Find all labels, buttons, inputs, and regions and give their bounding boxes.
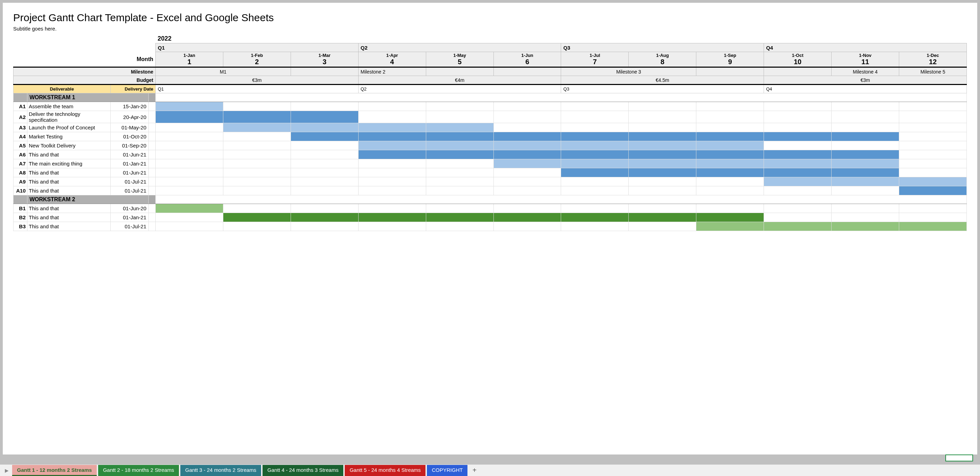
gantt-cell[interactable]: [426, 168, 493, 177]
gantt-cell[interactable]: [899, 150, 966, 159]
gantt-cell[interactable]: [358, 213, 426, 222]
gantt-cell[interactable]: [629, 204, 696, 213]
month-cell[interactable]: 1-Apr4: [358, 52, 426, 67]
gantt-cell[interactable]: [291, 177, 358, 186]
gantt-cell[interactable]: [832, 186, 899, 195]
gantt-cell[interactable]: [493, 213, 561, 222]
gantt-cell[interactable]: [899, 213, 966, 222]
task-id[interactable]: A7: [14, 159, 27, 168]
gantt-cell[interactable]: [832, 102, 899, 111]
gantt-cell[interactable]: [493, 177, 561, 186]
q3-header[interactable]: Q3: [561, 43, 764, 52]
q-repeat[interactable]: Q3: [561, 84, 764, 93]
task-id[interactable]: A6: [14, 150, 27, 159]
gantt-cell[interactable]: [696, 222, 764, 231]
task-check[interactable]: [149, 222, 156, 231]
gantt-cell[interactable]: [764, 132, 832, 141]
task-check[interactable]: [149, 141, 156, 150]
gantt-cell[interactable]: [832, 132, 899, 141]
month-cell[interactable]: 1-Mar3: [291, 52, 358, 67]
gantt-cell[interactable]: [223, 159, 291, 168]
task-date[interactable]: 01-Jun-21: [111, 150, 149, 159]
gantt-cell[interactable]: [696, 177, 764, 186]
gantt-cell[interactable]: [156, 204, 223, 213]
task-id[interactable]: A3: [14, 123, 27, 132]
q-repeat[interactable]: Q4: [764, 84, 967, 93]
gantt-cell[interactable]: [832, 222, 899, 231]
milestone-cell[interactable]: Milestone 4: [832, 67, 899, 76]
gantt-cell[interactable]: [223, 150, 291, 159]
task-date[interactable]: 15-Jan-20: [111, 102, 149, 111]
gantt-cell[interactable]: [696, 111, 764, 123]
task-check[interactable]: [149, 123, 156, 132]
gantt-cell[interactable]: [493, 132, 561, 141]
gantt-cell[interactable]: [426, 132, 493, 141]
gantt-cell[interactable]: [223, 186, 291, 195]
gantt-cell[interactable]: [223, 204, 291, 213]
gantt-cell[interactable]: [426, 150, 493, 159]
task-date[interactable]: 01-Jun-21: [111, 168, 149, 177]
gantt-cell[interactable]: [426, 111, 493, 123]
gantt-cell[interactable]: [156, 222, 223, 231]
milestone-cell[interactable]: [696, 67, 764, 76]
task-name[interactable]: The main exciting thing: [27, 159, 111, 168]
milestone-cell[interactable]: [764, 67, 832, 76]
task-id[interactable]: A8: [14, 168, 27, 177]
gantt-cell[interactable]: [899, 168, 966, 177]
budget-cell[interactable]: €3m: [764, 76, 967, 84]
task-name[interactable]: This and that: [27, 150, 111, 159]
task-date[interactable]: 01-Jul-21: [111, 186, 149, 195]
gantt-cell[interactable]: [493, 123, 561, 132]
gantt-cell[interactable]: [223, 123, 291, 132]
gantt-cell[interactable]: [156, 132, 223, 141]
gantt-cell[interactable]: [764, 123, 832, 132]
gantt-cell[interactable]: [493, 159, 561, 168]
gantt-cell[interactable]: [696, 186, 764, 195]
gantt-cell[interactable]: [832, 141, 899, 150]
task-row[interactable]: A2Deliver the technology specification20…: [14, 111, 967, 123]
gantt-cell[interactable]: [764, 159, 832, 168]
task-name[interactable]: This and that: [27, 204, 111, 213]
gantt-cell[interactable]: [832, 204, 899, 213]
gantt-cell[interactable]: [629, 102, 696, 111]
task-id[interactable]: B3: [14, 222, 27, 231]
task-name[interactable]: New Toolkit Delivery: [27, 141, 111, 150]
gantt-cell[interactable]: [561, 168, 629, 177]
gantt-cell[interactable]: [561, 204, 629, 213]
gantt-cell[interactable]: [358, 132, 426, 141]
gantt-cell[interactable]: [696, 132, 764, 141]
gantt-cell[interactable]: [561, 177, 629, 186]
gantt-cell[interactable]: [156, 141, 223, 150]
task-name[interactable]: Launch the Proof of Concept: [27, 123, 111, 132]
gantt-cell[interactable]: [832, 177, 899, 186]
gantt-cell[interactable]: [764, 168, 832, 177]
gantt-cell[interactable]: [764, 222, 832, 231]
gantt-cell[interactable]: [426, 213, 493, 222]
gantt-cell[interactable]: [223, 111, 291, 123]
gantt-cell[interactable]: [156, 111, 223, 123]
month-cell[interactable]: 1-May5: [426, 52, 493, 67]
gantt-cell[interactable]: [832, 159, 899, 168]
task-check[interactable]: [149, 159, 156, 168]
task-row[interactable]: A1Assemble the team15-Jan-20: [14, 102, 967, 111]
q-repeat[interactable]: Q1: [156, 84, 359, 93]
month-cell[interactable]: 1-Aug8: [629, 52, 696, 67]
gantt-cell[interactable]: [358, 111, 426, 123]
gantt-cell[interactable]: [223, 132, 291, 141]
task-date[interactable]: 01-May-20: [111, 123, 149, 132]
task-check[interactable]: [149, 186, 156, 195]
gantt-cell[interactable]: [291, 222, 358, 231]
gantt-cell[interactable]: [764, 141, 832, 150]
task-date[interactable]: 01-Sep-20: [111, 141, 149, 150]
gantt-cell[interactable]: [493, 150, 561, 159]
task-name[interactable]: This and that: [27, 177, 111, 186]
gantt-cell[interactable]: [291, 123, 358, 132]
gantt-cell[interactable]: [696, 102, 764, 111]
task-name[interactable]: This and that: [27, 186, 111, 195]
task-row[interactable]: A6This and that01-Jun-21: [14, 150, 967, 159]
gantt-cell[interactable]: [358, 141, 426, 150]
gantt-cell[interactable]: [426, 123, 493, 132]
task-check[interactable]: [149, 177, 156, 186]
gantt-cell[interactable]: [629, 213, 696, 222]
gantt-cell[interactable]: [358, 186, 426, 195]
